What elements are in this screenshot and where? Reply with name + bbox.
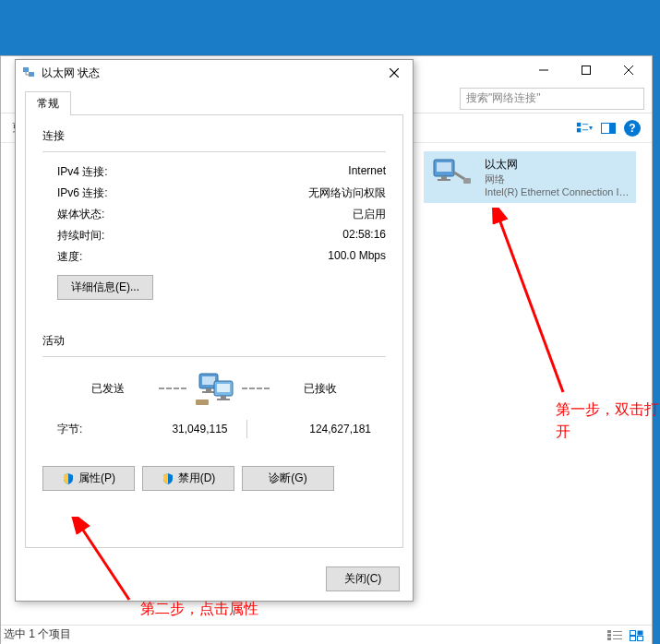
disable-button[interactable]: 禁用(D) <box>142 466 234 491</box>
svg-rect-5 <box>577 128 581 132</box>
svg-rect-25 <box>23 67 29 72</box>
shield-icon <box>162 472 174 485</box>
svg-rect-33 <box>206 388 211 391</box>
properties-button[interactable]: 属性(P) <box>42 466 135 491</box>
svg-rect-1 <box>582 66 591 75</box>
svg-rect-14 <box>463 178 471 184</box>
svg-rect-9 <box>609 123 616 133</box>
ethernet-adapter-item[interactable]: 以太网 网络 Intel(R) Ethernet Connection I2..… <box>424 151 636 203</box>
duration-label: 持续时间: <box>57 228 104 244</box>
svg-rect-15 <box>607 630 611 633</box>
bytes-received-value: 124,627,181 <box>247 423 372 435</box>
dialog-footer: 关闭(C) <box>16 557 413 601</box>
ipv6-label: IPv6 连接: <box>57 185 108 201</box>
svg-rect-20 <box>613 638 622 639</box>
toolbar-right: ▾ ? <box>576 120 641 137</box>
svg-rect-21 <box>630 630 636 635</box>
adapter-name: 以太网 <box>485 157 630 173</box>
ethernet-status-dialog: 以太网 状态 常规 连接 IPv4 连接: Internet IPv6 连接: … <box>15 59 414 602</box>
network-icon <box>21 66 36 80</box>
svg-rect-18 <box>613 635 622 636</box>
selection-status: 选中 1 个项目 <box>4 626 71 642</box>
svg-rect-36 <box>217 384 230 392</box>
connection-section-title: 连接 <box>42 128 386 144</box>
minimize-button[interactable] <box>522 57 565 83</box>
diagnose-button[interactable]: 诊断(G) <box>242 466 334 491</box>
tab-general[interactable]: 常规 <box>25 91 71 115</box>
ipv4-label: IPv4 连接: <box>57 164 108 180</box>
speed-label: 速度: <box>57 249 82 265</box>
duration-value: 02:58:16 <box>342 228 386 244</box>
divider <box>42 151 386 152</box>
view-list-icon[interactable] <box>607 630 622 641</box>
dialog-tabs: 常规 <box>25 91 403 114</box>
dialog-titlebar: 以太网 状态 <box>16 60 413 86</box>
search-input[interactable]: 搜索"网络连接" <box>460 88 644 110</box>
bytes-label: 字节: <box>57 422 103 437</box>
dialog-title: 以太网 状态 <box>42 66 376 81</box>
ipv4-row: IPv4 连接: Internet <box>42 161 386 183</box>
svg-rect-11 <box>437 162 451 172</box>
svg-rect-39 <box>196 400 209 405</box>
shield-icon <box>62 472 75 485</box>
speed-value: 100.0 Mbps <box>328 249 386 265</box>
media-value: 已启用 <box>353 207 386 222</box>
ipv6-value: 无网络访问权限 <box>308 185 386 201</box>
svg-rect-32 <box>202 376 215 385</box>
dialog-close-button[interactable] <box>381 64 407 82</box>
help-icon[interactable]: ? <box>624 120 641 137</box>
svg-rect-19 <box>607 638 611 640</box>
search-placeholder: 搜索"网络连接" <box>466 90 541 106</box>
media-row: 媒体状态: 已启用 <box>42 204 386 225</box>
received-label: 已接收 <box>270 381 371 397</box>
bytes-sent-value: 31,049,115 <box>103 423 246 435</box>
explorer-statusbar <box>1 625 652 644</box>
action-buttons: 属性(P) 禁用(D) 诊断(G) <box>42 466 386 491</box>
close-button[interactable]: 关闭(C) <box>326 566 400 591</box>
svg-rect-16 <box>613 631 622 632</box>
divider <box>42 356 386 357</box>
sent-label: 已发送 <box>57 381 159 397</box>
svg-rect-24 <box>638 636 643 640</box>
tab-content: 连接 IPv4 连接: Internet IPv6 连接: 无网络访问权限 媒体… <box>25 114 403 548</box>
adapter-device: Intel(R) Ethernet Connection I2... <box>485 186 630 197</box>
bytes-row: 字节: 31,049,115 124,627,181 <box>42 412 386 438</box>
ipv6-row: IPv6 连接: 无网络访问权限 <box>42 183 386 204</box>
disable-label: 禁用(D) <box>178 471 216 486</box>
media-label: 媒体状态: <box>57 207 104 222</box>
preview-pane-icon[interactable] <box>600 120 617 137</box>
explorer-content: 以太网 网络 Intel(R) Ethernet Connection I2..… <box>416 144 644 210</box>
activity-icon <box>186 370 242 407</box>
svg-rect-17 <box>607 634 611 637</box>
svg-rect-38 <box>217 399 230 400</box>
activity-section-title: 活动 <box>42 333 386 349</box>
svg-rect-4 <box>577 122 581 125</box>
svg-rect-34 <box>202 391 215 393</box>
adapter-network: 网络 <box>485 173 630 186</box>
svg-rect-23 <box>630 636 636 640</box>
details-button[interactable]: 详细信息(E)... <box>57 275 153 300</box>
speed-row: 速度: 100.0 Mbps <box>42 246 386 268</box>
svg-rect-22 <box>638 630 643 635</box>
svg-rect-13 <box>438 179 450 181</box>
properties-label: 属性(P) <box>78 471 115 486</box>
activity-header: 已发送 <box>42 370 386 407</box>
network-adapter-icon <box>429 157 474 194</box>
duration-row: 持续时间: 02:58:16 <box>42 225 386 246</box>
view-tiles-icon[interactable] <box>630 630 644 641</box>
svg-rect-37 <box>221 396 226 399</box>
view-options-icon[interactable]: ▾ <box>576 120 593 137</box>
maximize-button[interactable] <box>565 57 607 83</box>
close-button[interactable] <box>607 57 650 83</box>
svg-rect-12 <box>441 176 447 179</box>
ipv4-value: Internet <box>348 164 386 180</box>
